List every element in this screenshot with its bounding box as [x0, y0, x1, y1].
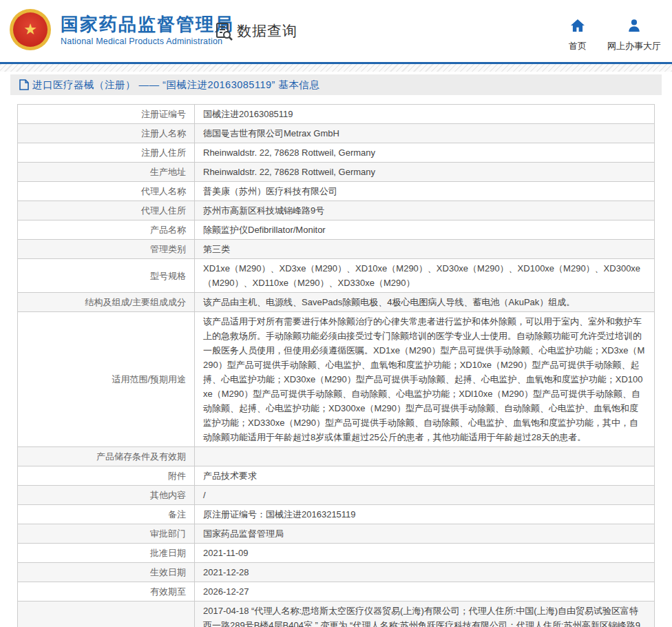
row-label: 有效期至	[18, 582, 195, 602]
row-value: Rheinwaldstr. 22, 78628 Rottweil, German…	[195, 143, 655, 163]
data-query-label: 数据查询	[237, 21, 297, 41]
row-label: 审批部门	[18, 524, 195, 544]
row-value: 2021-12-28	[195, 563, 655, 582]
row-label: 注册证编号	[18, 105, 195, 124]
row-value	[195, 447, 655, 466]
table-row: 批准日期2021-11-09	[18, 544, 655, 563]
row-label: 注册人住所	[18, 143, 195, 163]
row-value: 国械注进20163085119	[195, 105, 655, 124]
national-emblem-icon: ★	[10, 9, 51, 50]
row-label: 管理类别	[18, 240, 195, 259]
nmpa-logo[interactable]: ★ 国家药品监督管理局 National Medical Products Ad…	[10, 9, 234, 50]
home-icon	[570, 19, 585, 35]
row-value: 2026-12-27	[195, 582, 655, 602]
table-row: 型号规格XD1xe（M290）、XD3xe（M290）、XD10xe（M290）…	[18, 259, 655, 293]
nav-home[interactable]: 首页	[569, 19, 587, 52]
row-label: 代理人名称	[18, 182, 195, 201]
document-search-icon	[215, 22, 233, 41]
top-nav: 首页 网上办事大厅	[569, 19, 661, 52]
page-title-bar: 进口医疗器械（注册） —— “国械注进20163085119” 基本信息	[10, 74, 662, 95]
table-row: 变更情况2017-04-18 “代理人名称:思培斯太空医疗仪器贸易(上海)有限公…	[18, 602, 655, 627]
table-row: 适用范围/预期用途该产品适用于对所有需要进行体外除颤治疗的心律失常患者进行监护和…	[18, 312, 655, 447]
info-table: 注册证编号国械注进20163085119注册人名称德国曼吉世有限公司Metrax…	[17, 104, 655, 627]
nav-online-hall-label: 网上办事大厅	[607, 40, 661, 52]
table-row: 注册人名称德国曼吉世有限公司Metrax GmbH	[18, 124, 655, 143]
table-row: 生产地址Rheinwaldstr. 22, 78628 Rottweil, Ge…	[18, 163, 655, 182]
org-name-en: National Medical Products Administration	[61, 37, 234, 46]
row-value: 国家药品监督管理局	[195, 524, 655, 544]
page-title: 进口医疗器械（注册） —— “国械注进20163085119” 基本信息	[32, 79, 319, 92]
table-row: 注册人住所Rheinwaldstr. 22, 78628 Rottweil, G…	[18, 143, 655, 163]
table-row: 其他内容/	[18, 486, 655, 505]
row-label: 结构及组成/主要组成成分	[18, 293, 195, 312]
nav-online-hall[interactable]: 网上办事大厅	[607, 19, 661, 52]
table-row: 有效期至2026-12-27	[18, 582, 655, 602]
row-value: 产品技术要求	[195, 466, 655, 486]
row-value: 第三类	[195, 240, 655, 259]
site-header: ★ 国家药品监督管理局 National Medical Products Ad…	[0, 0, 672, 62]
main-content: 进口医疗器械（注册） —— “国械注进20163085119” 基本信息 注册证…	[10, 74, 662, 627]
nav-home-label: 首页	[569, 40, 587, 52]
org-name-cn: 国家药品监督管理局	[61, 14, 234, 34]
row-value: 该产品适用于对所有需要进行体外除颤治疗的心律失常患者进行监护和体外除颤，可以用于…	[195, 312, 655, 447]
row-label: 产品名称	[18, 220, 195, 240]
row-label: 生产地址	[18, 163, 195, 182]
document-icon	[19, 79, 29, 90]
row-value: XD1xe（M290）、XD3xe（M290）、XD10xe（M290）、XD3…	[195, 259, 655, 293]
row-label: 生效日期	[18, 563, 195, 582]
table-row: 代理人住所苏州市高新区科技城锦峰路9号	[18, 201, 655, 220]
table-row: 审批部门国家药品监督管理局	[18, 524, 655, 544]
row-value: 原注册证编号：国械注进20163215119	[195, 505, 655, 524]
table-row: 管理类别第三类	[18, 240, 655, 259]
table-row: 产品储存条件及有效期	[18, 447, 655, 466]
info-table-body: 注册证编号国械注进20163085119注册人名称德国曼吉世有限公司Metrax…	[18, 105, 655, 627]
info-table-wrap: 注册证编号国械注进20163085119注册人名称德国曼吉世有限公司Metrax…	[17, 104, 655, 627]
data-query-section[interactable]: 数据查询	[215, 21, 297, 41]
table-row: 备注原注册证编号：国械注进20163215119	[18, 505, 655, 524]
row-label: 变更情况	[18, 602, 195, 627]
table-row: 附件产品技术要求	[18, 466, 655, 486]
table-row: 注册证编号国械注进20163085119	[18, 105, 655, 124]
table-row: 生效日期2021-12-28	[18, 563, 655, 582]
row-value: 该产品由主机、电源线、SavePads除颤电极、4极心电图病人导线、蓄电池（Ak…	[195, 293, 655, 312]
row-label: 代理人住所	[18, 201, 195, 220]
row-label: 批准日期	[18, 544, 195, 563]
row-value: 2021-11-09	[195, 544, 655, 563]
row-value: 德国曼吉世有限公司Metrax GmbH	[195, 124, 655, 143]
table-row: 产品名称除颤监护仪Defibrillator/Monitor	[18, 220, 655, 240]
row-label: 备注	[18, 505, 195, 524]
table-row: 代理人名称普美康（苏州）医疗科技有限公司	[18, 182, 655, 201]
row-value: 除颤监护仪Defibrillator/Monitor	[195, 220, 655, 240]
row-label: 其他内容	[18, 486, 195, 505]
row-value: 普美康（苏州）医疗科技有限公司	[195, 182, 655, 201]
row-label: 型号规格	[18, 259, 195, 293]
table-row: 结构及组成/主要组成成分该产品由主机、电源线、SavePads除颤电极、4极心电…	[18, 293, 655, 312]
row-label: 注册人名称	[18, 124, 195, 143]
row-value: /	[195, 486, 655, 505]
user-icon	[627, 19, 641, 35]
row-value: 2017-04-18 “代理人名称:思培斯太空医疗仪器贸易(上海)有限公司；代理…	[195, 602, 655, 627]
row-label: 产品储存条件及有效期	[18, 447, 195, 466]
row-label: 适用范围/预期用途	[18, 312, 195, 447]
row-value: Rheinwaldstr. 22, 78628 Rottweil, German…	[195, 163, 655, 182]
row-label: 附件	[18, 466, 195, 486]
hatch-strip	[0, 64, 672, 72]
row-value: 苏州市高新区科技城锦峰路9号	[195, 201, 655, 220]
